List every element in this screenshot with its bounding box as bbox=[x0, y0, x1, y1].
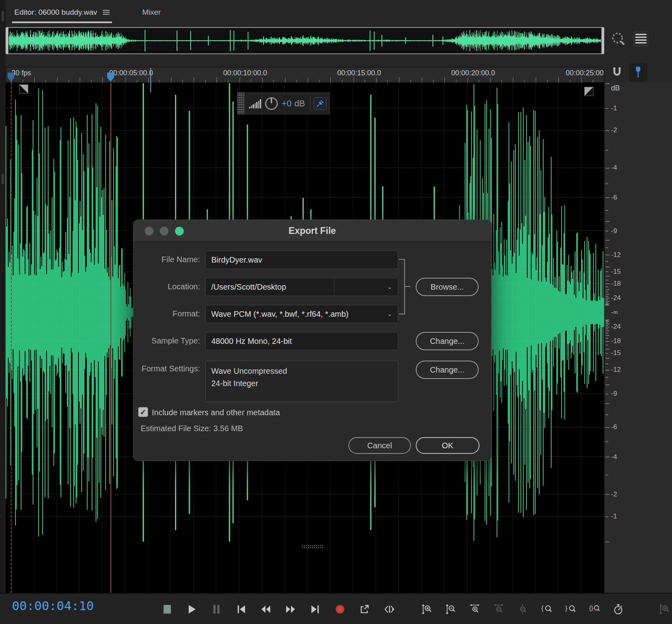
db-scale-tick bbox=[605, 108, 608, 109]
zoom-in-horizontal-button[interactable] bbox=[470, 604, 480, 614]
browse-button[interactable]: Browse... bbox=[416, 278, 479, 296]
current-timecode[interactable]: 00:00:04:10 bbox=[12, 598, 94, 613]
db-scale-tick bbox=[605, 345, 608, 345]
ruler-tick bbox=[228, 80, 228, 82]
go-to-start-button[interactable] bbox=[236, 604, 246, 614]
file-name-input[interactable]: BirdyDyer.wav bbox=[205, 251, 398, 269]
db-scale-label: -4 bbox=[611, 164, 617, 172]
db-scale-tick bbox=[605, 221, 609, 222]
dialog-title-bar[interactable]: Export File bbox=[134, 220, 491, 242]
ruler-tick bbox=[148, 77, 149, 82]
db-scale-tick bbox=[605, 302, 608, 303]
db-scale-tick bbox=[605, 292, 608, 292]
db-scale-tick bbox=[605, 240, 609, 241]
zoom-to-selection-button[interactable]: {} bbox=[589, 604, 599, 614]
panel-resize-grip[interactable] bbox=[302, 545, 324, 549]
zoom-full-button[interactable] bbox=[517, 604, 528, 614]
cancel-button[interactable]: Cancel bbox=[348, 437, 411, 454]
snapping-magnet-icon[interactable] bbox=[609, 63, 625, 81]
gain-knob[interactable] bbox=[265, 97, 278, 110]
format-settings-label: Format Settings: bbox=[133, 364, 200, 373]
ruler-tick bbox=[342, 80, 342, 82]
ruler-tick bbox=[411, 80, 411, 82]
ruler-tick bbox=[593, 80, 593, 82]
loop-playback-button[interactable] bbox=[360, 604, 370, 614]
db-scale-tick bbox=[605, 414, 608, 415]
pin-hud-button[interactable] bbox=[314, 97, 326, 110]
current-time-indicator-line[interactable] bbox=[110, 82, 111, 593]
ruler-tick bbox=[80, 77, 80, 82]
ruler-tick bbox=[501, 80, 502, 82]
skip-selection-button[interactable] bbox=[384, 604, 395, 614]
db-scale-tick bbox=[605, 335, 609, 336]
chevron-down-icon: ⌄ bbox=[387, 310, 392, 318]
rewind-button[interactable] bbox=[261, 604, 271, 614]
zoom-in-vertical-button[interactable] bbox=[422, 604, 432, 614]
db-scale-tick bbox=[605, 247, 608, 248]
vertical-zoom-disabled-button[interactable] bbox=[659, 604, 670, 614]
format-dropdown[interactable]: Wave PCM (*.wav, *.bwf, *.rf64, *.amb) ⌄ bbox=[205, 305, 398, 323]
zoom-to-in-point-button[interactable]: { bbox=[541, 604, 552, 614]
change-format-settings-button[interactable]: Change... bbox=[416, 361, 479, 379]
db-scale-tick bbox=[605, 296, 608, 297]
ruler-tick bbox=[114, 80, 114, 82]
format-settings-box: Wave Uncompressed 24-bit Integer bbox=[205, 361, 398, 402]
timeline-ruler[interactable]: 30 fps 00:00:05:00.000:00:10:00.000:00:1… bbox=[6, 67, 604, 82]
frame-rate-label: 30 fps bbox=[12, 69, 31, 77]
ruler-tick bbox=[536, 77, 536, 82]
play-button[interactable] bbox=[187, 604, 197, 614]
zoom-to-out-point-button[interactable]: } bbox=[565, 604, 576, 614]
ruler-tick bbox=[262, 77, 263, 82]
record-button[interactable] bbox=[335, 604, 345, 614]
ruler-time-label: 00:00:10:00.0 bbox=[223, 69, 267, 77]
hud-drag-handle[interactable] bbox=[238, 92, 244, 114]
fast-forward-button[interactable] bbox=[285, 604, 296, 614]
db-scale-tick bbox=[605, 328, 608, 329]
db-scale-label: -15 bbox=[611, 268, 621, 276]
fade-in-handle[interactable] bbox=[19, 84, 28, 94]
tab-mixer[interactable]: Mixer bbox=[142, 0, 161, 25]
ruler-tick bbox=[547, 80, 548, 82]
ruler-tick bbox=[273, 80, 274, 82]
waveform-overview[interactable] bbox=[6, 27, 604, 54]
db-scale-tick bbox=[605, 271, 608, 272]
estimated-file-size: Estimated File Size: 3.56 MB bbox=[141, 424, 243, 433]
db-scale-tick bbox=[605, 168, 609, 169]
db-scale-tick bbox=[605, 267, 609, 267]
ok-button[interactable]: OK bbox=[416, 437, 479, 454]
timer-record-button[interactable] bbox=[613, 604, 623, 614]
zoom-out-horizontal-button[interactable] bbox=[493, 604, 504, 614]
panel-menu-icon[interactable] bbox=[103, 9, 110, 16]
ruler-tick bbox=[468, 77, 468, 82]
db-scale-tick bbox=[605, 457, 609, 457]
panel-edge-notch bbox=[2, 11, 4, 22]
pause-button[interactable] bbox=[211, 604, 222, 614]
db-scale-tick bbox=[605, 325, 608, 326]
format-label: Format: bbox=[133, 309, 200, 318]
field-group-bracket bbox=[399, 259, 404, 260]
volume-hud[interactable]: +0 dB bbox=[237, 92, 330, 114]
location-dropdown[interactable]: /Users/Scott/Desktop ⌄ bbox=[205, 278, 398, 296]
fade-out-handle[interactable] bbox=[584, 87, 593, 96]
panel-list-icon[interactable] bbox=[633, 31, 649, 47]
db-scale-label: -24 bbox=[611, 323, 621, 331]
change-sample-type-button[interactable]: Change... bbox=[416, 332, 479, 350]
go-to-end-button[interactable] bbox=[310, 604, 320, 614]
format-settings-line2: 24-bit Integer bbox=[211, 377, 392, 390]
db-scale-tick bbox=[605, 276, 609, 277]
db-scale-tick bbox=[605, 370, 609, 371]
db-scale-tick bbox=[605, 283, 609, 284]
stop-button[interactable] bbox=[162, 604, 172, 614]
db-scale-tick bbox=[605, 255, 609, 255]
ruler-time-label: 00:00:15:00.0 bbox=[337, 69, 381, 77]
db-scale-tick bbox=[605, 322, 608, 323]
ruler-tick bbox=[479, 80, 479, 82]
add-marker-button[interactable] bbox=[629, 63, 647, 81]
ruler-tick bbox=[183, 80, 183, 82]
tab-editor[interactable]: Editor: 06000 buddy.wav bbox=[12, 0, 112, 25]
zoom-reset-icon[interactable] bbox=[610, 30, 627, 47]
db-scale-label: -24 bbox=[611, 294, 621, 302]
db-scale-tick bbox=[605, 324, 609, 324]
include-markers-checkbox[interactable]: ✓ bbox=[138, 407, 148, 417]
zoom-out-vertical-button[interactable] bbox=[446, 604, 456, 614]
